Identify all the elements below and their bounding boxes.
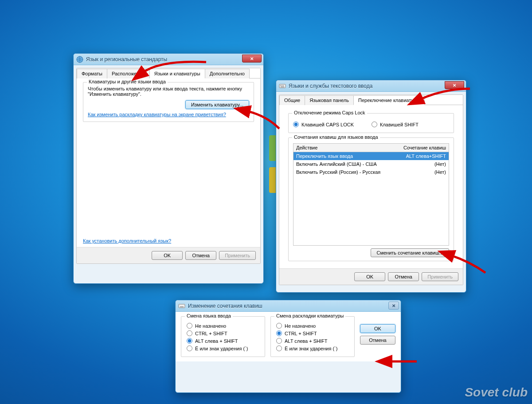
window-title: Язык и региональные стандарты — [86, 56, 167, 63]
list-item[interactable]: Включить Русский (Россия) - Русская (Нет… — [293, 168, 449, 176]
radio-altshift-right[interactable]: ALT слева + SHIFT — [276, 338, 349, 344]
tab-formats[interactable]: Форматы — [77, 69, 107, 78]
tab-general[interactable]: Общие — [279, 95, 305, 105]
globe-icon — [76, 56, 83, 63]
radio-none-left[interactable]: Не назначено — [187, 323, 259, 329]
group-title: Клавиатуры и другие языки ввода — [87, 79, 168, 84]
left-group-title: Смена языка ввода — [185, 313, 233, 318]
region-language-dialog: Язык и региональные стандарты ✕ Форматы … — [73, 53, 264, 284]
svg-rect-5 — [281, 86, 284, 87]
svg-rect-4 — [283, 85, 284, 86]
close-button[interactable]: ✕ — [445, 81, 464, 89]
caps-group-title: Отключение режима Caps Lock — [292, 110, 367, 115]
radio-altshift-left[interactable]: ALT слева + SHIFT — [187, 338, 259, 344]
text-services-dialog: Языки и службы текстового ввода ✕ Общие … — [276, 80, 466, 293]
radio-eaccent-left[interactable]: Ё или знак ударения (`) — [187, 345, 259, 351]
tab-switch-kb[interactable]: Переключение клавиатуры — [353, 95, 425, 105]
apply-button[interactable]: Применить — [422, 272, 458, 281]
svg-rect-2 — [280, 85, 281, 86]
radio-capslock[interactable]: Клавишей CAPS LOCK — [293, 122, 354, 127]
list-item[interactable]: Включить Английский (США) - США (Нет) — [293, 160, 449, 168]
radio-eaccent-right[interactable]: Ё или знак ударения (`) — [276, 345, 349, 351]
svg-rect-7 — [180, 306, 184, 307]
list-item[interactable]: Переключить язык ввода ALT слева+SHIFT — [293, 152, 449, 160]
hotkey-group-title: Сочетания клавиш для языков ввода — [292, 134, 380, 140]
watermark: Sovet club — [465, 385, 528, 400]
radio-ctrlshift-left[interactable]: CTRL + SHIFT — [187, 330, 259, 336]
window-title: Изменение сочетания клавиш — [188, 303, 262, 309]
help-link-layout[interactable]: Как изменить раскладку клавиатуры на экр… — [88, 112, 226, 117]
change-keyboard-button[interactable]: Изменить клавиатуру... — [185, 100, 249, 109]
radio-none-right[interactable]: Не назначено — [276, 323, 349, 329]
ok-button[interactable]: OK — [360, 324, 395, 333]
right-group-title: Смена раскладки клавиатуры — [274, 313, 345, 318]
col-hotkey: Сочетание клавиш — [391, 144, 449, 152]
tab-location[interactable]: Расположение — [107, 69, 150, 78]
close-button[interactable]: ✕ — [388, 302, 399, 310]
titlebar[interactable]: Языки и службы текстового ввода ✕ — [276, 80, 466, 92]
change-hotkey-button[interactable]: Сменить сочетание клавиш... — [371, 248, 449, 257]
radio-shift[interactable]: Клавишей SHIFT — [372, 122, 419, 127]
svg-rect-6 — [179, 304, 185, 308]
radio-ctrlshift-right[interactable]: CTRL + SHIFT — [276, 330, 349, 336]
keyboard-icon — [178, 302, 185, 310]
help-link-install-lang[interactable]: Как установить дополнительный язык? — [83, 238, 171, 243]
titlebar[interactable]: Изменение сочетания клавиш ✕ — [176, 300, 401, 312]
group-description: Чтобы изменить клавиатуру или язык ввода… — [88, 86, 249, 97]
svg-rect-1 — [279, 84, 286, 88]
cancel-button[interactable]: Отмена — [360, 336, 395, 345]
ok-button[interactable]: OK — [152, 251, 183, 260]
tabs: Форматы Расположение Языки и клавиатуры … — [77, 68, 260, 78]
window-title: Языки и службы текстового ввода — [289, 83, 372, 89]
cancel-button[interactable]: Отмена — [388, 272, 419, 281]
apply-button[interactable]: Применить — [219, 251, 256, 260]
change-hotkey-dialog: Изменение сочетания клавиш ✕ Смена языка… — [175, 300, 401, 393]
tab-lang-bar[interactable]: Языковая панель — [305, 95, 354, 105]
col-action: Действие — [293, 144, 391, 152]
tab-additional[interactable]: Дополнительно — [205, 69, 250, 78]
titlebar[interactable]: Язык и региональные стандарты ✕ — [74, 54, 263, 65]
ok-button[interactable]: OK — [354, 272, 385, 281]
tab-keyboards[interactable]: Языки и клавиатуры — [149, 69, 205, 78]
hotkey-listview[interactable]: Действие Сочетание клавиш Переключить яз… — [293, 143, 449, 246]
keyboard-icon — [279, 82, 286, 90]
tabs: Общие Языковая панель Переключение клави… — [279, 95, 463, 105]
close-button[interactable]: ✕ — [242, 55, 262, 63]
svg-rect-3 — [282, 85, 282, 86]
cancel-button[interactable]: Отмена — [185, 251, 216, 260]
